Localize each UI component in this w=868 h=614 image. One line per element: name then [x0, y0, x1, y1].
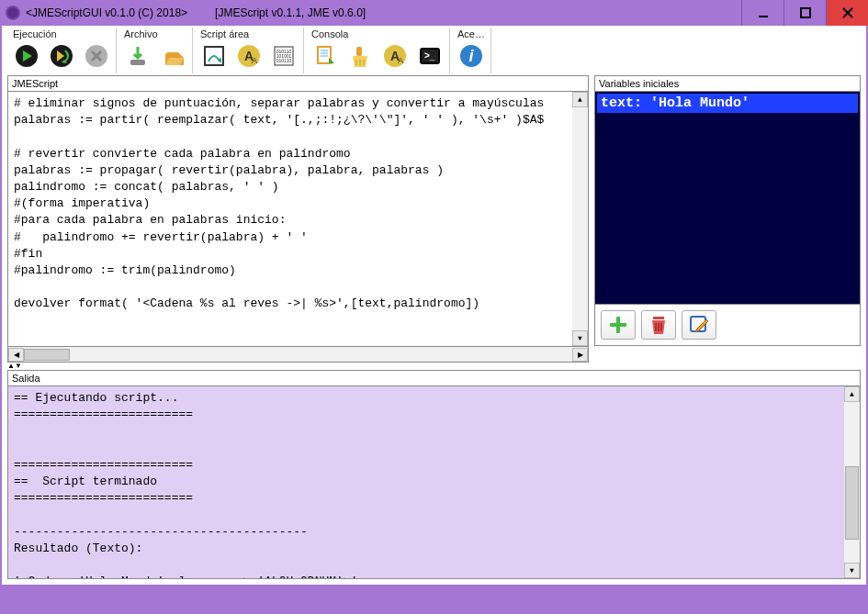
code-hscroll[interactable]: ◀ ▶ [7, 347, 589, 363]
section-script-label: Script área [198, 28, 299, 40]
terminal-button[interactable]: >_ [414, 40, 445, 72]
scroll-down-icon[interactable]: ▼ [844, 563, 860, 578]
hscroll-thumb[interactable] [24, 349, 70, 361]
toolbar: Ejecución Archivo Script área AA 0101101… [0, 26, 868, 75]
maximize-button[interactable] [783, 0, 826, 26]
section-archivo-label: Archivo [122, 28, 188, 40]
svg-rect-12 [130, 60, 145, 65]
scroll-up-icon[interactable]: ▲ [844, 386, 860, 402]
scroll-up-icon[interactable]: ▲ [572, 92, 588, 107]
binary-button[interactable]: 010110101001010110 [268, 40, 299, 72]
code-content: # eliminar signos de puntuación, separar… [14, 96, 544, 310]
edit-variable-button[interactable] [682, 310, 716, 340]
clear-console-button[interactable] [344, 40, 376, 72]
output-console[interactable]: == Ejecutando script... ================… [7, 386, 861, 579]
font-script-button[interactable]: AA [233, 40, 265, 72]
section-ejecucion-label: Ejecución [11, 28, 112, 40]
variables-panel-title: Variables iniciales [594, 75, 861, 92]
vscroll-thumb[interactable] [845, 466, 859, 540]
output-vscroll[interactable]: ▲▼ [844, 386, 860, 578]
scroll-right-icon[interactable]: ▶ [572, 348, 588, 362]
svg-rect-39 [610, 323, 626, 327]
svg-text:>_: >_ [424, 50, 435, 61]
minimize-button[interactable] [741, 0, 783, 26]
splitter-handle[interactable]: ▲▼ [0, 363, 868, 370]
font-console-button[interactable]: AA [379, 40, 411, 72]
save-button[interactable] [157, 40, 188, 72]
run-step-button[interactable] [46, 40, 77, 72]
svg-rect-40 [653, 317, 664, 319]
scroll-down-icon[interactable]: ▼ [572, 330, 588, 346]
variable-row[interactable]: text: 'Hola Mundo' [597, 94, 858, 113]
output-content: == Ejecutando script... ================… [14, 391, 357, 579]
run-button[interactable] [11, 40, 42, 72]
variables-list[interactable]: text: 'Hola Mundo' [594, 92, 861, 305]
delete-variable-button[interactable] [641, 310, 676, 340]
svg-rect-0 [759, 16, 768, 17]
about-button[interactable]: i [456, 40, 487, 72]
code-vscroll[interactable]: ▲▼ [572, 92, 588, 346]
section-consola-label: Consola [310, 28, 445, 40]
titlebar: <JMEScriptGUI v0.1.0 (C) 2018> [JMEScrip… [0, 0, 868, 26]
svg-text:010110: 010110 [276, 58, 292, 63]
open-button[interactable] [122, 40, 153, 72]
copy-console-button[interactable] [310, 40, 341, 72]
svg-rect-22 [318, 47, 331, 63]
scroll-left-icon[interactable]: ◀ [8, 348, 24, 362]
jmescript-panel-title: JMEScript [7, 75, 589, 92]
svg-rect-1 [801, 8, 810, 17]
app-title: <JMEScriptGUI v0.1.0 (C) 2018> [26, 6, 187, 19]
svg-text:A: A [398, 56, 403, 65]
doc-title: [JMEScript v0.1.1, JME v0.6.0] [215, 6, 366, 19]
salida-panel-title: Salida [7, 370, 861, 386]
app-icon [6, 6, 20, 20]
add-variable-button[interactable] [601, 310, 636, 340]
svg-text:A: A [252, 56, 257, 65]
stop-button[interactable] [81, 40, 112, 72]
svg-rect-27 [356, 47, 362, 56]
section-ace-label: Ace… [456, 28, 487, 40]
clear-script-button[interactable] [198, 40, 230, 72]
code-editor[interactable]: # eliminar signos de puntuación, separar… [7, 92, 589, 347]
close-button[interactable] [826, 0, 868, 26]
